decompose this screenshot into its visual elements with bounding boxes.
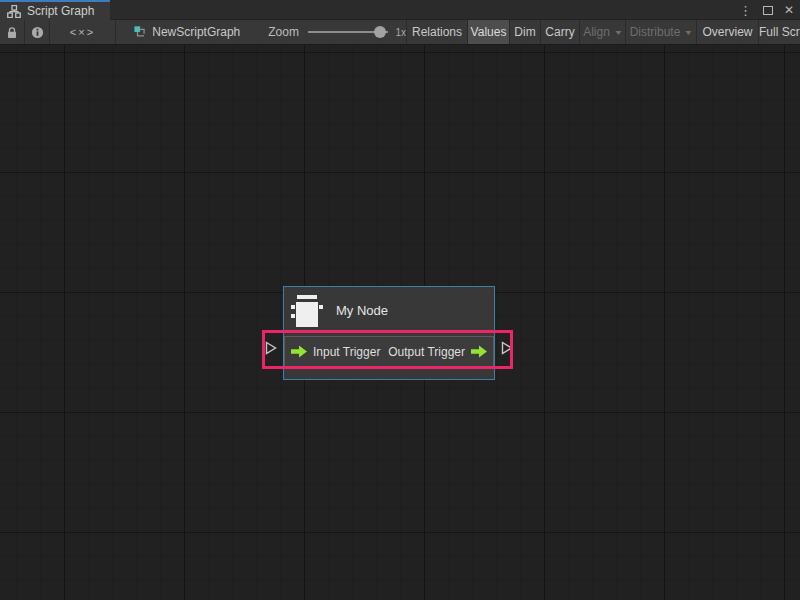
- zoom-slider[interactable]: [308, 31, 388, 33]
- window-controls: ⋮ ✕: [739, 0, 794, 20]
- external-input-port-icon[interactable]: [265, 341, 277, 355]
- output-trigger-label: Output Trigger: [388, 345, 465, 359]
- tab-script-graph[interactable]: Script Graph: [0, 0, 110, 20]
- graph-breadcrumb-section: NewScriptGraph Zoom 1x: [116, 20, 407, 44]
- window-menu-icon[interactable]: ⋮: [739, 4, 752, 17]
- input-trigger-port[interactable]: Input Trigger: [291, 345, 380, 359]
- node-title: My Node: [336, 303, 388, 318]
- code-preview-toggle[interactable]: <×>: [50, 20, 116, 44]
- output-trigger-port[interactable]: Output Trigger: [388, 345, 487, 359]
- graph-name[interactable]: NewScriptGraph: [152, 25, 240, 39]
- external-output-port-icon[interactable]: [501, 341, 513, 355]
- distribute-label: Distribute: [630, 25, 681, 39]
- unit-node-icon: [291, 294, 323, 328]
- flow-arrow-icon: [471, 345, 487, 358]
- flow-arrow-icon: [291, 345, 307, 358]
- title-bar: Script Graph ⋮ ✕: [0, 0, 800, 20]
- info-icon: [31, 26, 44, 39]
- zoom-value: 1x: [395, 27, 406, 38]
- lock-icon: [6, 26, 18, 39]
- graph-toolbar: <×> NewScriptGraph Zoom 1x Relations Val…: [0, 20, 800, 45]
- lock-button[interactable]: [0, 20, 25, 44]
- info-button[interactable]: [25, 20, 50, 44]
- node-my-node[interactable]: My Node Input Trigger Output Trigger: [283, 286, 495, 380]
- zoom-label: Zoom: [268, 25, 299, 39]
- chevron-down-icon: ▼: [684, 29, 694, 36]
- chevron-down-icon: ▼: [613, 29, 623, 36]
- script-graph-icon: [134, 25, 146, 39]
- graph-hierarchy-icon: [7, 5, 21, 18]
- node-header[interactable]: My Node: [284, 287, 494, 334]
- align-dropdown-button[interactable]: Align ▼: [580, 20, 626, 44]
- distribute-dropdown-button[interactable]: Distribute ▼: [626, 20, 697, 44]
- input-trigger-label: Input Trigger: [313, 345, 380, 359]
- close-icon[interactable]: ✕: [784, 4, 794, 16]
- values-button[interactable]: Values: [468, 20, 510, 44]
- align-label: Align: [583, 25, 610, 39]
- fullscreen-button[interactable]: Full Screen: [759, 20, 800, 44]
- node-port-row: Input Trigger Output Trigger: [284, 336, 494, 367]
- carry-button[interactable]: Carry: [541, 20, 580, 44]
- zoom-slider-handle[interactable]: [374, 26, 386, 38]
- relations-button[interactable]: Relations: [407, 20, 468, 44]
- tab-title: Script Graph: [27, 4, 94, 18]
- maximize-icon[interactable]: [763, 6, 773, 15]
- script-graph-window: Script Graph ⋮ ✕ <×>: [0, 0, 800, 600]
- dim-button[interactable]: Dim: [510, 20, 541, 44]
- overview-button[interactable]: Overview: [697, 20, 759, 44]
